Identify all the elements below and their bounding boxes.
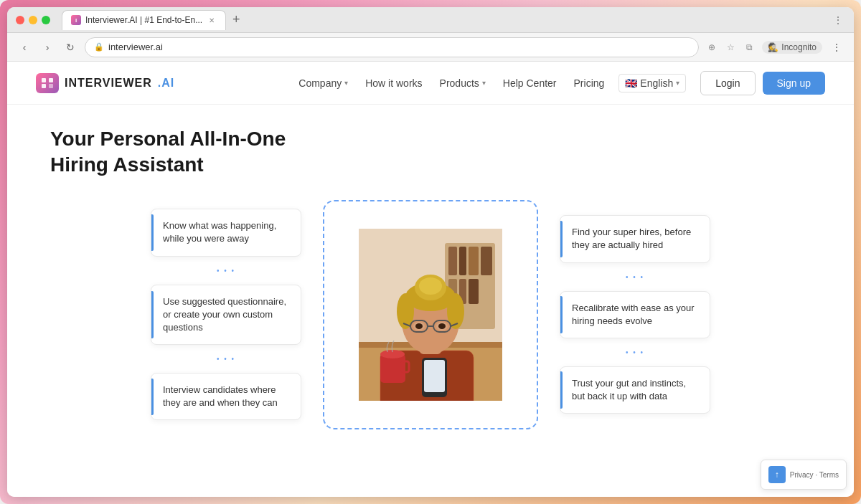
cards-left: Know what was happening, while you were … [151, 209, 301, 420]
site-logo[interactable]: INTERVIEWER.AI [36, 73, 174, 93]
svg-rect-10 [481, 247, 492, 275]
nav-how-it-works[interactable]: How it works [365, 77, 422, 89]
svg-rect-2 [42, 84, 46, 88]
url-text: interviewer.ai [108, 42, 163, 52]
chevron-down-icon: ▾ [676, 79, 679, 87]
diagram-container: Know what was happening, while you were … [50, 200, 811, 429]
nav-links: Company ▾ How it works Products ▾ Help C… [298, 77, 604, 89]
feature-card-text: Interview candidates where they are and … [163, 384, 289, 409]
logo-dot: .AI [158, 77, 174, 90]
address-icons: ⊕ ☆ ⧉ [705, 40, 756, 54]
svg-rect-7 [448, 247, 457, 275]
connector-dots-right-2: • • • [560, 348, 710, 356]
incognito-label: Incognito [781, 42, 817, 52]
svg-rect-13 [469, 279, 479, 304]
feature-card-right-1: Find your super hires, before they are a… [560, 215, 710, 262]
feature-card-text: Trust your gut and instincts, but back i… [572, 377, 698, 403]
chevron-down-icon: ▾ [344, 79, 348, 87]
incognito-badge: 🕵 Incognito [762, 41, 822, 54]
feature-card-text: Find your super hires, before they are a… [572, 226, 698, 252]
connector-dots-left-2: • • • [151, 355, 301, 363]
logo-text: INTERVIEWER [65, 77, 152, 90]
feature-card-text: Use suggested questionnaire, or create y… [163, 295, 289, 335]
svg-point-34 [438, 323, 446, 329]
browser-window: I Interviewer.AI | #1 End-to-En... ✕ + ⋮… [7, 7, 854, 497]
person-photo [359, 229, 502, 401]
connector-dots-right-1: • • • [560, 273, 710, 281]
signup-button[interactable]: Sign up [763, 72, 825, 95]
language-selector[interactable]: 🇬🇧 English ▾ [618, 74, 686, 92]
feature-card-right-2: Recalibrate with ease as your hiring nee… [560, 291, 710, 338]
svg-rect-8 [459, 247, 466, 275]
tab-title: Interviewer.AI | #1 End-to-En... [85, 15, 202, 25]
cookie-notice: ↑ Privacy · Terms [761, 460, 847, 490]
cards-right: Find your super hires, before they are a… [560, 215, 710, 414]
login-button[interactable]: Login [700, 71, 755, 95]
feature-card-right-3: Trust your gut and instincts, but back i… [560, 366, 710, 414]
new-tab-button[interactable]: + [226, 10, 246, 30]
svg-rect-36 [424, 360, 445, 392]
feature-card-left-2: Use suggested questionnaire, or create y… [151, 285, 301, 346]
nav-company[interactable]: Company ▾ [298, 77, 348, 89]
svg-rect-1 [49, 78, 53, 82]
svg-rect-9 [469, 247, 479, 275]
address-bar: ‹ › ↻ 🔒 interviewer.ai ⊕ ☆ ⧉ 🕵 Incognito… [7, 33, 854, 62]
address-input[interactable]: 🔒 interviewer.ai [85, 37, 699, 57]
tab-favicon: I [71, 15, 81, 25]
maximize-button[interactable] [42, 16, 50, 24]
incognito-icon: 🕵 [768, 42, 778, 52]
nav-products[interactable]: Products ▾ [440, 77, 486, 89]
feature-card-left-1: Know what was happening, while you were … [151, 209, 301, 256]
cookie-up-icon[interactable]: ↑ [768, 466, 786, 483]
more-options-icon[interactable]: ⋮ [831, 13, 845, 27]
back-button[interactable]: ‹ [16, 39, 33, 56]
menu-button[interactable]: ⋮ [828, 39, 845, 56]
forward-button[interactable]: › [39, 39, 56, 56]
chevron-down-icon: ▾ [482, 79, 486, 87]
site-navbar: INTERVIEWER.AI Company ▾ How it works Pr… [7, 62, 854, 105]
nav-help-center[interactable]: Help Center [503, 77, 557, 89]
close-button[interactable] [16, 16, 24, 24]
connector-dots-left-1: • • • [151, 267, 301, 275]
tab-close-icon[interactable]: ✕ [207, 15, 217, 25]
title-bar: I Interviewer.AI | #1 End-to-En... ✕ + ⋮ [7, 7, 854, 33]
logo-icon [36, 73, 59, 93]
page-title: Your Personal All-In-One Hiring Assistan… [50, 126, 286, 179]
feature-card-text: Know what was happening, while you were … [163, 219, 289, 245]
tab-bar: I Interviewer.AI | #1 End-to-En... ✕ + [62, 10, 825, 30]
browser-outer: I Interviewer.AI | #1 End-to-En... ✕ + ⋮… [0, 0, 861, 504]
svg-point-33 [415, 323, 423, 329]
lock-icon: 🔒 [94, 42, 104, 52]
website-content: INTERVIEWER.AI Company ▾ How it works Pr… [7, 62, 854, 497]
main-content: Your Personal All-In-One Hiring Assistan… [7, 105, 854, 497]
feature-card-text: Recalibrate with ease as your hiring nee… [572, 302, 698, 328]
svg-point-25 [419, 277, 442, 295]
nav-pricing[interactable]: Pricing [574, 77, 605, 89]
traffic-lights [16, 16, 50, 24]
svg-rect-3 [49, 84, 53, 88]
feature-card-left-3: Interview candidates where they are and … [151, 373, 301, 420]
bookmark-icon[interactable]: ☆ [723, 40, 738, 54]
minimize-button[interactable] [29, 16, 37, 24]
cookie-text: Privacy · Terms [790, 471, 839, 479]
cast-icon[interactable]: ⊕ [705, 40, 719, 54]
svg-rect-0 [42, 78, 46, 82]
nav-buttons: Login Sign up [700, 71, 825, 95]
reload-button[interactable]: ↻ [62, 39, 79, 56]
browser-tab[interactable]: I Interviewer.AI | #1 End-to-En... ✕ [62, 10, 226, 30]
language-label: English [640, 77, 673, 89]
extension-icon[interactable]: ⧉ [742, 40, 756, 54]
center-diagram-box [323, 200, 538, 429]
flag-icon: 🇬🇧 [625, 77, 637, 89]
